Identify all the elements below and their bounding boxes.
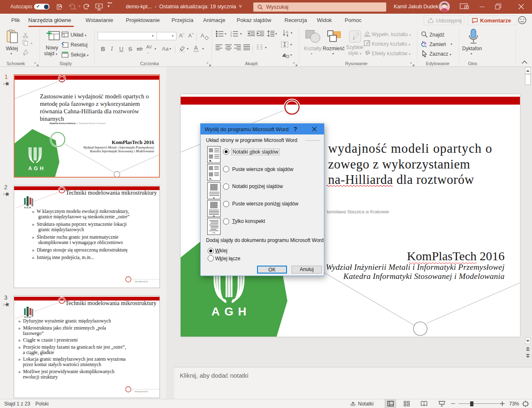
svg-text:AGH: AGH [211,305,251,318]
svg-text:c: c [425,44,427,48]
svg-text:AGH: AGH [24,206,32,209]
svg-text:A: A [286,30,288,34]
svg-text:AGH: AGH [28,166,45,171]
svg-text:3: 3 [230,35,232,37]
